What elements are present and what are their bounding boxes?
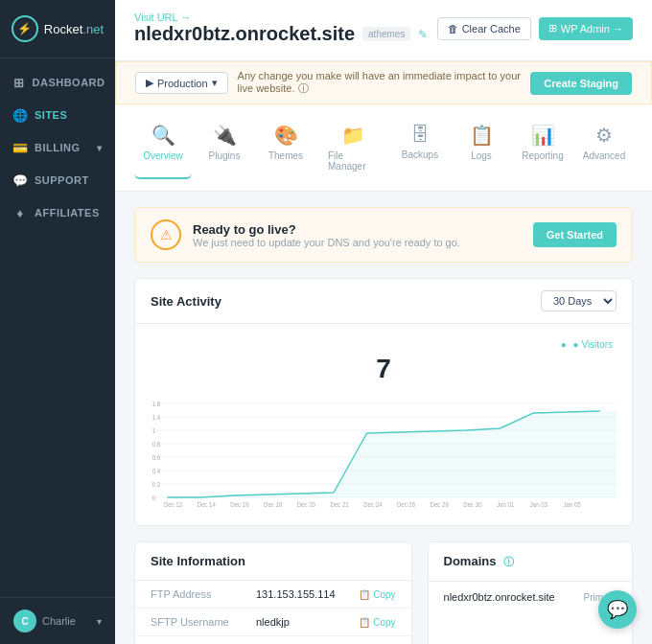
svg-text:Dec 28: Dec 28 [431,501,450,507]
chart-legend: ● ● Visitors [151,339,617,350]
logs-icon: 📋 [470,124,494,147]
visitors-label: ● Visitors [573,339,613,350]
svg-text:Dec 26: Dec 26 [397,501,416,507]
alert-subtitle: We just need to update your DNS and you'… [193,237,460,248]
user-menu-arrow: ▾ [97,616,102,627]
edit-site-name-icon[interactable]: ✎ [418,28,428,41]
ftp-value: 131.153.155.114 📋 Copy [256,588,396,600]
sidebar-item-support[interactable]: 💬 Support [0,164,115,196]
domain-name: nledxr0btz.onrocket.site [444,591,555,603]
svg-text:Dec 14: Dec 14 [198,501,217,507]
ftp-copy-button[interactable]: 📋 Copy [359,589,395,600]
site-name: nledxr0btz.onrocket.site [134,23,355,45]
environment-bar: ▶ Production ▾ Any change you make will … [115,61,652,104]
create-staging-button[interactable]: Create Staging [530,72,632,95]
themes-icon: 🎨 [274,124,298,147]
nav-plugins-label: Plugins [209,150,241,161]
nav-file-manager-label: File Manager [328,150,378,172]
svg-text:Dec 16: Dec 16 [230,501,249,507]
nav-backups[interactable]: 🗄 Backups [391,116,449,179]
support-icon: 💬 [13,173,27,187]
svg-text:1: 1 [152,427,156,434]
wp-icon: ⊞ [548,22,557,34]
ftp-address-row: FTP Address 131.153.155.114 📋 Copy [135,581,411,609]
production-env-button[interactable]: ▶ Production ▾ [135,72,228,94]
sidebar-item-dashboard[interactable]: ⊞ Dashboard [0,66,115,99]
svg-text:Dec 12: Dec 12 [164,501,183,507]
svg-text:0: 0 [152,494,156,501]
file-manager-icon: 📁 [341,124,365,147]
domains-header: Domains ⓘ [429,542,632,582]
header-top: Visit URL → nledxr0btz.onrocket.site ath… [134,12,633,45]
site-badge: athemes [362,27,410,41]
alert-title: Ready to go live? [193,222,460,237]
activity-title: Site Activity [151,294,221,309]
nav-file-manager[interactable]: 📁 File Manager [318,116,387,179]
sidebar-footer-user[interactable]: C Charlie ▾ [0,597,115,644]
chat-fab-button[interactable]: 💬 [598,590,637,629]
main-content: Visit URL → nledxr0btz.onrocket.site ath… [115,0,652,644]
sidebar-item-affiliates[interactable]: ♦ Affiliates [0,196,115,229]
activity-card-header: Site Activity 30 Days 7 Days 90 Days [135,279,632,324]
alert-icon: ⚠ [151,219,181,250]
nav-reporting-label: Reporting [522,150,563,161]
get-started-button[interactable]: Get Started [533,222,617,247]
sidebar-label-affiliates: Affiliates [35,207,100,218]
billing-icon: 💳 [13,141,27,154]
days-select[interactable]: 30 Days 7 Days 90 Days [541,290,617,311]
sidebar-logo-text: Rocket.net [44,22,104,36]
site-activity-card: Site Activity 30 Days 7 Days 90 Days ● ●… [134,278,633,526]
sidebar-item-sites[interactable]: 🌐 Sites [0,99,115,131]
nav-themes[interactable]: 🎨 Themes [257,116,314,179]
nav-logs-label: Logs [471,150,492,161]
plugins-icon: 🔌 [213,124,237,147]
advanced-icon: ⚙ [595,124,613,147]
clear-cache-button[interactable]: 🗑 Clear Cache [437,17,531,40]
sftp-label: SFTP Username [151,616,256,628]
site-header: Visit URL → nledxr0btz.onrocket.site ath… [115,0,652,61]
site-info-rows: FTP Address 131.153.155.114 📋 Copy SFTP … [135,581,411,644]
sidebar-label-sites: Sites [35,109,67,121]
sites-icon: 🌐 [13,108,27,122]
sftp-username-row: SFTP Username nledkjp 📋 Copy [135,609,411,636]
chart-area: ● ● Visitors 7 0 0.2 0.4 [135,324,632,525]
visitors-count: 7 [151,354,617,384]
sftp-copy-button[interactable]: 📋 Copy [359,617,395,628]
sidebar-logo: ⚡ Rocket.net [0,0,115,58]
sidebar-item-billing[interactable]: 💳 Billing ▾ [0,131,115,164]
svg-text:0.4: 0.4 [152,468,161,474]
user-avatar: C [13,610,36,632]
nav-overview-label: Overview [143,150,183,161]
activity-chart: 0 0.2 0.4 0.6 0.8 1 1.4 1.8 Dec 12 Dec 1… [151,392,617,507]
sidebar: ⚡ Rocket.net ⊞ Dashboard 🌐 Sites 💳 Billi… [0,0,115,644]
affiliates-icon: ♦ [13,206,27,219]
dns-alert-banner: ⚠ Ready to go live? We just need to upda… [134,207,633,263]
alert-text: Ready to go live? We just need to update… [193,222,460,248]
feature-nav: 🔍 Overview 🔌 Plugins 🎨 Themes 📁 File Man… [115,104,652,192]
reporting-icon: 📊 [531,124,555,147]
nav-reporting[interactable]: 📊 Reporting [514,116,571,179]
rocket-logo-icon: ⚡ [12,15,38,42]
nav-advanced[interactable]: ⚙ Advanced [575,116,633,179]
sidebar-label-support: Support [35,174,89,186]
nav-overview[interactable]: 🔍 Overview [134,116,192,179]
sidebar-nav: ⊞ Dashboard 🌐 Sites 💳 Billing ▾ 💬 Suppor… [0,58,115,597]
wp-admin-button[interactable]: ⊞ WP Admin → [539,17,633,40]
visit-url-link[interactable]: Visit URL → [134,12,428,23]
ftp-label: FTP Address [151,588,256,600]
svg-text:Dec 24: Dec 24 [363,501,383,507]
cache-icon: 🗑 [448,23,458,34]
overview-icon: 🔍 [151,124,175,147]
sidebar-label-billing: Billing [35,142,81,153]
site-info-card: Site Information FTP Address 131.153.155… [134,541,412,644]
nav-plugins[interactable]: 🔌 Plugins [196,116,253,179]
billing-arrow: ▾ [97,143,103,153]
user-name: Charlie [42,615,76,627]
svg-text:0.6: 0.6 [152,454,161,461]
svg-text:Jan 03: Jan 03 [530,501,548,507]
nav-logs[interactable]: 📋 Logs [453,116,510,179]
svg-text:Dec 20: Dec 20 [297,501,316,507]
sftp-value: nledkjp 📋 Copy [256,616,396,628]
cdn-url-row: CDN URL nledxr0btz.onrocket.site 📋 Copy [135,636,411,644]
bottom-cards: Site Information FTP Address 131.153.155… [134,541,633,644]
